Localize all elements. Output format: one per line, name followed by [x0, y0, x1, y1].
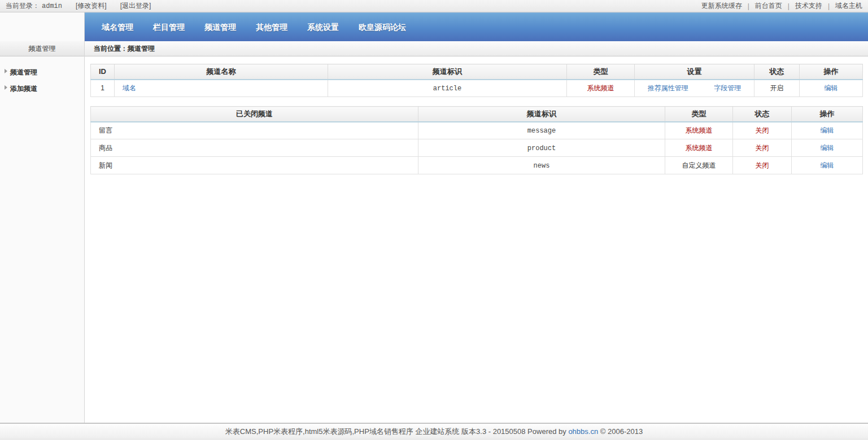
col-header-closed-name: 已关闭频道 [91, 107, 418, 122]
recommend-attr-link[interactable]: 推荐属性管理 [648, 84, 688, 93]
cell-slug: product [418, 139, 665, 157]
channels-table-wrap: ID 频道名称 频道标识 类型 设置 状态 操作 1 域名 article 系统… [90, 64, 863, 97]
edit-link[interactable]: 编辑 [821, 161, 834, 169]
refresh-cache-link[interactable]: 更新系统缓存 [701, 1, 742, 11]
edit-link[interactable]: 编辑 [825, 84, 838, 92]
cell-name: 留言 [91, 122, 418, 139]
col-header-slug: 频道标识 [418, 107, 665, 122]
logout-link[interactable]: [退出登录] [120, 1, 151, 11]
sidebar-menu: 频道管理 添加频道 [0, 64, 84, 97]
col-header-slug: 频道标识 [328, 64, 567, 80]
cell-settings: 推荐属性管理 字段管理 [635, 80, 754, 97]
table-header-row: ID 频道名称 频道标识 类型 设置 状态 操作 [91, 64, 863, 80]
col-header-status: 状态 [733, 107, 792, 122]
top-bar: 当前登录： admin [修改资料] [退出登录] 更新系统缓存 | 前台首页 … [0, 0, 868, 12]
col-header-action: 操作 [792, 107, 863, 122]
cell-type: 系统频道 [665, 139, 733, 157]
table-row: 留言 message 系统频道 关闭 编辑 [91, 122, 863, 139]
cell-status: 关闭 [733, 139, 792, 157]
tech-support-link[interactable]: 技术支持 [795, 1, 822, 11]
breadcrumb-prefix: 当前位置： [94, 45, 128, 52]
cell-action: 编辑 [792, 139, 863, 157]
cell-slug: message [418, 122, 665, 139]
divider: | [828, 2, 830, 10]
sidebar-item-label: 添加频道 [10, 85, 37, 93]
channel-name-link[interactable]: 域名 [123, 84, 136, 92]
cell-slug: article [328, 80, 567, 97]
sidebar-item-add-channel[interactable]: 添加频道 [0, 81, 84, 97]
cell-type: 自定义频道 [665, 157, 733, 174]
topbar-links: 更新系统缓存 | 前台首页 | 技术支持 | 域名主机 [701, 1, 862, 11]
domain-host-link[interactable]: 域名主机 [835, 1, 862, 11]
footer-link[interactable]: ohbbs.cn [568, 427, 598, 436]
nav-domain-manage[interactable]: 域名管理 [93, 13, 142, 42]
edit-profile-link[interactable]: [修改资料] [76, 1, 107, 11]
arrow-right-icon [5, 85, 7, 90]
breadcrumb: 当前位置：频道管理 [85, 41, 868, 56]
username: admin [42, 2, 62, 10]
login-info: 当前登录： admin [修改资料] [退出登录] [6, 1, 151, 11]
closed-channels-table-wrap: 已关闭频道 频道标识 类型 状态 操作 留言 message 系统频道 关闭 编… [90, 106, 863, 174]
divider: | [788, 2, 790, 10]
arrow-right-icon [5, 69, 7, 73]
front-home-link[interactable]: 前台首页 [755, 1, 782, 11]
footer: 米表CMS,PHP米表程序,html5米表源码,PHP域名销售程序 企业建站系统… [0, 423, 868, 440]
cell-type: 系统频道 [567, 80, 635, 97]
col-header-action: 操作 [800, 64, 863, 80]
col-header-settings: 设置 [635, 64, 754, 80]
cell-status: 关闭 [733, 122, 792, 139]
cell-status: 开启 [754, 80, 800, 97]
sidebar: 频道管理 频道管理 添加频道 [0, 12, 85, 424]
col-header-name: 频道名称 [115, 64, 328, 80]
cell-name: 新闻 [91, 157, 418, 174]
cell-action: 编辑 [792, 157, 863, 174]
nav-other-manage[interactable]: 其他管理 [247, 13, 296, 42]
closed-channels-table: 已关闭频道 频道标识 类型 状态 操作 留言 message 系统频道 关闭 编… [90, 106, 863, 174]
nav-channel-manage[interactable]: 频道管理 [196, 13, 245, 42]
nav-column-manage[interactable]: 栏目管理 [145, 13, 193, 42]
table-header-row: 已关闭频道 频道标识 类型 状态 操作 [91, 107, 863, 122]
col-header-status: 状态 [754, 64, 800, 80]
nav-system-settings[interactable]: 系统设置 [299, 13, 347, 42]
table-row: 新闻 news 自定义频道 关闭 编辑 [91, 157, 863, 174]
field-manage-link[interactable]: 字段管理 [714, 84, 741, 93]
login-label: 当前登录： [6, 1, 40, 11]
footer-copyright: © 2006-2013 [598, 427, 643, 436]
col-header-type: 类型 [665, 107, 733, 122]
channels-table: ID 频道名称 频道标识 类型 设置 状态 操作 1 域名 article 系统… [90, 64, 863, 97]
col-header-type: 类型 [567, 64, 635, 80]
col-header-id: ID [91, 64, 115, 80]
cell-type: 系统频道 [665, 122, 733, 139]
footer-text: 米表CMS,PHP米表程序,html5米表源码,PHP域名销售程序 企业建站系统… [225, 427, 569, 436]
nav-forum[interactable]: 欧皇源码论坛 [350, 13, 415, 42]
sidebar-item-label: 频道管理 [10, 68, 37, 76]
divider: | [748, 2, 749, 10]
breadcrumb-current: 频道管理 [128, 45, 155, 52]
cell-name: 商品 [91, 139, 418, 157]
cell-id: 1 [91, 80, 115, 97]
sidebar-title: 频道管理 [0, 41, 84, 56]
main-nav: 域名管理 栏目管理 频道管理 其他管理 系统设置 欧皇源码论坛 [85, 12, 868, 41]
table-row: 商品 product 系统频道 关闭 编辑 [91, 139, 863, 157]
cell-slug: news [418, 157, 665, 174]
cell-name: 域名 [115, 80, 328, 97]
cell-status: 关闭 [733, 157, 792, 174]
edit-link[interactable]: 编辑 [821, 126, 834, 134]
sidebar-item-channel-manage[interactable]: 频道管理 [0, 64, 84, 81]
cell-action: 编辑 [792, 122, 863, 139]
table-row: 1 域名 article 系统频道 推荐属性管理 字段管理 开启 编辑 [91, 80, 863, 97]
cell-action: 编辑 [800, 80, 863, 97]
edit-link[interactable]: 编辑 [821, 144, 834, 152]
